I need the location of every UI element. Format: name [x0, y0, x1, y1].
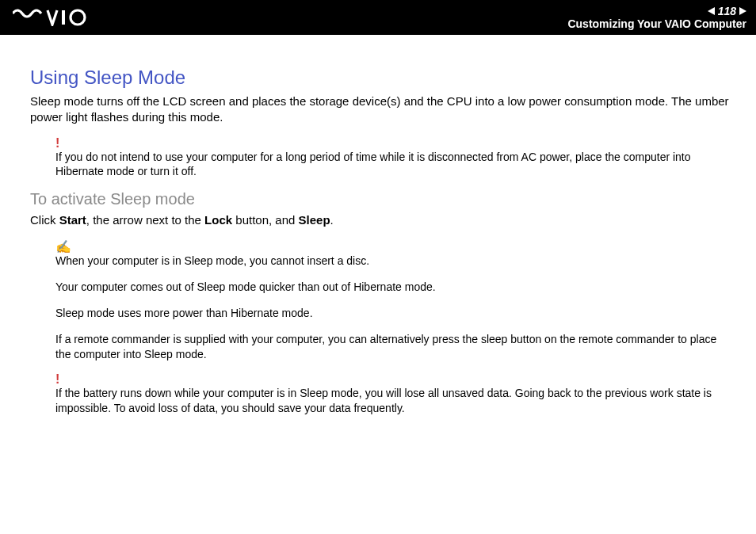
page-navigation: 118: [567, 5, 746, 17]
header-bar: 118 Customizing Your VAIO Computer: [0, 0, 756, 35]
subheading: To activate Sleep mode: [30, 190, 739, 208]
svg-point-1: [71, 10, 85, 25]
exclamation-icon: !: [55, 373, 731, 386]
page-title: Using Sleep Mode: [30, 67, 739, 89]
instr-text: button, and: [232, 213, 298, 227]
bold-lock: Lock: [204, 213, 232, 227]
next-page-arrow-icon[interactable]: [739, 7, 746, 15]
note-text-2: Your computer comes out of Sleep mode qu…: [55, 280, 731, 295]
warning-text-1: If you do not intend to use your compute…: [55, 150, 731, 180]
instr-text: .: [330, 213, 334, 227]
exclamation-icon: !: [55, 137, 731, 150]
pencil-icon: ✍: [55, 241, 731, 254]
intro-paragraph: Sleep mode turns off the LCD screen and …: [30, 93, 739, 126]
instr-text: , the arrow next to the: [86, 213, 204, 227]
warning-block-1: ! If you do not intend to use your compu…: [55, 137, 731, 180]
svg-rect-0: [62, 10, 65, 25]
note-text-1: When your computer is in Sleep mode, you…: [55, 254, 731, 269]
instr-text: Click: [30, 213, 59, 227]
notes-block: ✍ When your computer is in Sleep mode, y…: [55, 241, 731, 415]
vaio-logo: [13, 9, 100, 26]
header-right: 118 Customizing Your VAIO Computer: [567, 5, 746, 30]
page-content: Using Sleep Mode Sleep mode turns off th…: [0, 35, 756, 416]
instruction-line: Click Start, the arrow next to the Lock …: [30, 213, 739, 227]
warning-text-2: If the battery runs down while your comp…: [55, 386, 731, 416]
note-text-3: Sleep mode uses more power than Hibernat…: [55, 306, 731, 321]
page-number: 118: [718, 5, 736, 17]
section-title: Customizing Your VAIO Computer: [567, 17, 746, 30]
bold-start: Start: [59, 213, 86, 227]
bold-sleep: Sleep: [299, 213, 330, 227]
note-text-4: If a remote commander is supplied with y…: [55, 332, 731, 362]
prev-page-arrow-icon[interactable]: [708, 7, 715, 15]
